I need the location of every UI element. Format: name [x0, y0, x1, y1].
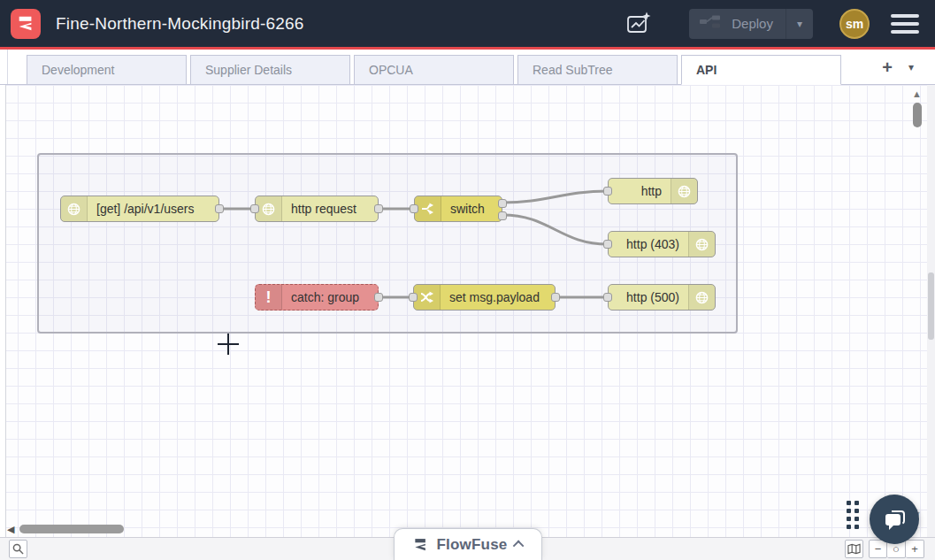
port[interactable]	[603, 293, 612, 302]
port[interactable]	[374, 204, 383, 213]
flowfuse-logo-icon	[11, 9, 41, 39]
scroll-left-icon[interactable]: ◀	[7, 525, 14, 534]
deploy-options-caret[interactable]: ▾	[786, 9, 813, 39]
node-label: switch	[450, 196, 485, 221]
deploy-button-label: Deploy	[732, 16, 773, 31]
vertical-scrollbar[interactable]: ▲ ▼	[911, 87, 924, 519]
chat-bubble-icon	[880, 505, 908, 533]
tab-api-active[interactable]: API	[681, 55, 841, 85]
node-http-response-403[interactable]: http (403)	[608, 231, 716, 257]
collapsed-left-panel[interactable]	[0, 85, 6, 537]
zoom-in-button[interactable]: +	[906, 540, 924, 558]
tab-label: API	[696, 63, 717, 77]
tab-label: OPCUA	[369, 63, 413, 77]
header: Fine-Northern-Mockingbird-6266	[0, 0, 935, 50]
port[interactable]	[374, 293, 383, 302]
port[interactable]	[250, 204, 259, 213]
search-button[interactable]	[9, 540, 27, 558]
search-icon	[12, 543, 24, 555]
port[interactable]	[551, 293, 560, 302]
main-menu-icon[interactable]	[891, 14, 919, 34]
tab-actions: + ▾	[882, 50, 935, 84]
flowfuse-node-red-editor: Fine-Northern-Mockingbird-6266	[0, 0, 935, 560]
globe-icon	[688, 232, 715, 257]
globe-icon	[671, 179, 697, 203]
node-label: http (500)	[626, 285, 679, 310]
node-label: http (403)	[626, 232, 679, 257]
port[interactable]	[409, 293, 418, 302]
flow-tabbar: Development Supplier Details OPCUA Read …	[0, 50, 935, 85]
tabbar-left-divider	[7, 50, 8, 84]
tab-supplier-details[interactable]: Supplier Details	[190, 55, 350, 84]
node-label: [get] /api/v1/users	[96, 196, 195, 221]
page-scrollbar[interactable]	[927, 85, 935, 537]
node-http-response-500[interactable]: http (500)	[608, 284, 716, 311]
shuffle-icon	[414, 285, 441, 310]
node-label: http request	[291, 196, 356, 221]
crosshair-cursor	[218, 334, 239, 355]
tab-opcua[interactable]: OPCUA	[354, 55, 514, 84]
tab-label: Read SubTree	[533, 63, 613, 77]
scroll-up-icon[interactable]: ▲	[912, 88, 922, 99]
flow-list-caret-icon[interactable]: ▾	[908, 61, 914, 73]
tab-read-subtree[interactable]: Read SubTree	[517, 55, 678, 84]
port[interactable]	[498, 211, 507, 220]
flow-canvas[interactable]: [get] /api/v1/users http request switch	[0, 85, 935, 537]
tab-development[interactable]: Development	[27, 55, 187, 84]
globe-icon	[688, 285, 715, 310]
deploy-nodes-icon	[700, 15, 721, 32]
tab-label: Supplier Details	[205, 63, 292, 77]
globe-icon	[61, 196, 88, 221]
v-scroll-thumb[interactable]	[913, 103, 922, 127]
deploy-button[interactable]: Deploy ▾	[689, 9, 813, 39]
globe-icon	[256, 196, 282, 221]
exclamation-icon: !	[256, 285, 282, 310]
port[interactable]	[498, 199, 507, 208]
node-label: set msg.payload	[449, 285, 540, 310]
navigator-button[interactable]	[845, 540, 863, 558]
port[interactable]	[603, 240, 612, 249]
chat-drag-handle-icon[interactable]	[847, 501, 859, 529]
node-catch[interactable]: ! catch: group	[255, 284, 379, 311]
node-switch[interactable]: switch	[414, 196, 502, 222]
node-http-in[interactable]: [get] /api/v1/users	[60, 196, 219, 222]
tab-label: Development	[42, 63, 115, 77]
flowfuse-mark-icon	[412, 536, 429, 554]
flowfuse-toolbar-toggle[interactable]: FlowFuse	[394, 528, 542, 560]
zoom-out-button[interactable]: −	[869, 540, 887, 558]
node-http-request[interactable]: http request	[255, 196, 379, 222]
page-scroll-thumb[interactable]	[928, 272, 934, 340]
h-scroll-thumb[interactable]	[19, 525, 124, 533]
port[interactable]	[215, 204, 224, 213]
node-label: catch: group	[291, 285, 359, 310]
node-change[interactable]: set msg.payload	[413, 284, 556, 311]
add-flow-icon[interactable]: +	[882, 58, 893, 76]
port[interactable]	[603, 187, 612, 196]
header-actions: Deploy ▾ sm	[624, 9, 919, 39]
node-http-response[interactable]: http	[608, 178, 698, 204]
instance-title: Fine-Northern-Mockingbird-6266	[56, 14, 304, 34]
flow-assistant-icon[interactable]	[624, 9, 654, 39]
map-icon	[847, 543, 861, 555]
node-label: http	[641, 179, 662, 203]
user-avatar[interactable]: sm	[839, 9, 870, 39]
chevron-up-icon	[512, 541, 524, 552]
switch-fork-icon	[415, 196, 441, 221]
port[interactable]	[410, 204, 418, 213]
flowfuse-label: FlowFuse	[437, 536, 508, 554]
chat-widget-button[interactable]	[870, 495, 919, 544]
